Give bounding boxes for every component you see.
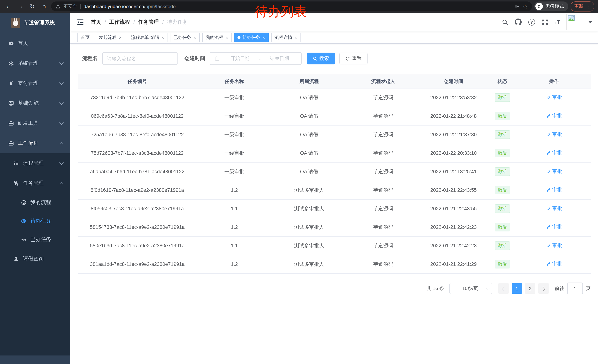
sidebar-item-devtools[interactable]: 研发工具 bbox=[0, 113, 70, 133]
sidebar-item-my-process[interactable]: 我的流程 bbox=[0, 193, 70, 212]
approve-link[interactable]: 审批 bbox=[546, 94, 562, 101]
eye-closed-icon bbox=[21, 237, 27, 243]
approve-link[interactable]: 审批 bbox=[546, 131, 562, 138]
logo-row[interactable]: 芋道管理系统 bbox=[0, 13, 70, 33]
reload-icon[interactable]: ↻ bbox=[27, 1, 37, 11]
approve-link[interactable]: 审批 bbox=[546, 168, 562, 175]
close-icon[interactable]: × bbox=[193, 35, 196, 40]
cell-actions: 审批 bbox=[518, 107, 590, 125]
table-row[interactable]: 8f0d1619-7ac8-11ec-a9e2-a2380e71991a 1.2… bbox=[78, 181, 590, 199]
tab-start-process[interactable]: 发起流程× bbox=[96, 32, 125, 42]
page-suffix-label: 页 bbox=[586, 285, 590, 292]
close-icon[interactable]: × bbox=[161, 35, 164, 40]
edit-icon bbox=[546, 151, 551, 155]
goto-label: 前往 bbox=[555, 285, 564, 292]
table-row[interactable]: a6aba0a4-7b6d-11ec-b781-acde48001122 一级审… bbox=[78, 162, 590, 181]
back-icon[interactable]: ← bbox=[4, 1, 13, 11]
table-row[interactable]: 725a1eb6-7b88-11ec-8ef0-acde48001122 一级审… bbox=[78, 125, 590, 144]
calendar-icon bbox=[215, 56, 220, 61]
goto-page-input[interactable] bbox=[567, 283, 583, 294]
table-row[interactable]: 75d72608-7b7f-11ec-a3c8-acde48001122 一级审… bbox=[78, 144, 590, 162]
prev-page-button[interactable] bbox=[498, 283, 509, 294]
sidebar-item-todo-tasks[interactable]: 待办任务 bbox=[0, 212, 70, 230]
date-range-picker[interactable]: 开始日期 - 结束日期 bbox=[210, 52, 302, 65]
next-page-button[interactable] bbox=[538, 283, 549, 294]
collapse-sidebar-icon[interactable] bbox=[77, 18, 84, 26]
star-icon[interactable]: ☆ bbox=[523, 4, 528, 9]
cell-task-id: 75d72608-7b7f-11ec-a3c8-acde48001122 bbox=[78, 144, 197, 162]
col-create-time: 创建时间 bbox=[420, 74, 487, 88]
cell-actions: 审批 bbox=[518, 144, 590, 162]
sidebar-item-workflow[interactable]: 工作流程 bbox=[0, 133, 70, 153]
approve-link[interactable]: 审批 bbox=[546, 205, 562, 212]
cell-process: 测试多审批人 bbox=[272, 181, 346, 199]
cell-task-id: 580e1b3d-7ac8-11ec-a9e2-a2380e71991a bbox=[78, 236, 197, 255]
breadcrumb-workflow[interactable]: 工作流程 bbox=[109, 19, 130, 25]
sidebar-item-process-mgmt[interactable]: 流程管理 bbox=[0, 153, 70, 173]
page-button-1[interactable]: 1 bbox=[512, 283, 522, 294]
sidebar-item-payment[interactable]: ¥ 支付管理 bbox=[0, 73, 70, 93]
approve-link[interactable]: 审批 bbox=[546, 150, 562, 156]
breadcrumb-current: 待办任务 bbox=[167, 19, 188, 25]
search-button[interactable]: 搜索 bbox=[307, 53, 335, 65]
close-icon[interactable]: × bbox=[263, 35, 265, 40]
edit-icon bbox=[546, 206, 551, 211]
briefcase-icon bbox=[8, 120, 14, 126]
tab-done-tasks[interactable]: 已办任务× bbox=[170, 32, 199, 42]
tab-process-detail[interactable]: 流程详情× bbox=[271, 32, 301, 42]
sidebar-item-infra[interactable]: 基础设施 bbox=[0, 93, 70, 113]
col-process: 所属流程 bbox=[272, 74, 346, 88]
font-size-icon[interactable]: TT bbox=[555, 19, 560, 25]
table-row[interactable]: 8f059c03-7ac8-11ec-a9e2-a2380e71991a 1.1… bbox=[78, 199, 590, 218]
chevron-left-icon bbox=[502, 286, 506, 291]
browser-update-button[interactable]: 更新 ⋮ bbox=[571, 1, 594, 11]
close-icon[interactable]: × bbox=[119, 35, 122, 40]
sidebar-item-system[interactable]: 系统管理 bbox=[0, 53, 70, 73]
breadcrumb-home[interactable]: 首页 bbox=[91, 19, 101, 25]
col-task-name: 任务名称 bbox=[197, 74, 272, 88]
more-menu-icon[interactable]: ⋮ bbox=[586, 4, 590, 9]
breadcrumb-task-mgmt[interactable]: 任务管理 bbox=[138, 19, 159, 25]
sidebar-item-task-mgmt[interactable]: 任务管理 bbox=[0, 173, 70, 193]
approve-link[interactable]: 审批 bbox=[546, 242, 562, 249]
table-row[interactable]: 73211d9d-7b9b-11ec-b5b7-acde48001122 一级审… bbox=[78, 88, 590, 107]
github-icon[interactable] bbox=[515, 18, 522, 25]
pagination: 共 16 条 10条/页 1 2 前往 页 bbox=[78, 283, 590, 294]
close-icon[interactable]: × bbox=[226, 35, 228, 40]
home-icon[interactable]: ⌂ bbox=[39, 1, 49, 11]
approve-link[interactable]: 审批 bbox=[546, 224, 562, 231]
search-icon[interactable] bbox=[501, 18, 508, 25]
table-row[interactable]: 381aa1dd-7ac8-11ec-a9e2-a2380e71991a 1.2… bbox=[78, 255, 590, 274]
tab-my-process[interactable]: 我的流程× bbox=[202, 32, 232, 42]
sidebar-item-done-tasks[interactable]: 已办任务 bbox=[0, 230, 70, 249]
tab-form-edit[interactable]: 流程表单-编辑× bbox=[128, 32, 167, 42]
dropdown-caret-icon[interactable] bbox=[588, 21, 592, 23]
table-row[interactable]: 58154733-7ac8-11ec-a9e2-a2380e71991a 1.2… bbox=[78, 218, 590, 236]
table-row[interactable]: 580e1b3d-7ac8-11ec-a9e2-a2380e71991a 1.1… bbox=[78, 236, 590, 255]
status-badge: 激活 bbox=[494, 149, 510, 157]
key-icon[interactable] bbox=[514, 4, 520, 9]
reset-button[interactable]: 重置 bbox=[339, 53, 367, 65]
cell-starter: 芋道源码 bbox=[346, 236, 420, 255]
close-icon[interactable]: × bbox=[295, 35, 297, 40]
approve-link[interactable]: 审批 bbox=[546, 113, 562, 119]
sidebar-item-home[interactable]: 首页 bbox=[0, 33, 70, 53]
tab-home[interactable]: 首页 bbox=[77, 32, 93, 42]
approve-link[interactable]: 审批 bbox=[546, 187, 562, 194]
url-bar[interactable]: 不安全 dashboard.yudao.iocoder.cn/bpm/task/… bbox=[51, 1, 532, 11]
page-size-select[interactable]: 10条/页 bbox=[449, 283, 492, 294]
page-button-2[interactable]: 2 bbox=[525, 283, 535, 294]
avatar[interactable] bbox=[566, 14, 582, 30]
process-name-input[interactable] bbox=[106, 55, 174, 62]
tab-todo-tasks[interactable]: 待办任务× bbox=[234, 32, 269, 42]
approve-link[interactable]: 审批 bbox=[546, 261, 562, 267]
cell-process: OA 请假 bbox=[272, 162, 346, 181]
sidebar-item-leave-query[interactable]: 请假查询 bbox=[0, 249, 70, 269]
help-icon[interactable]: ? bbox=[528, 18, 535, 25]
cell-task-name: 1.1 bbox=[197, 199, 272, 218]
status-badge: 激活 bbox=[494, 223, 510, 231]
table-row[interactable]: 069c6a63-7b8a-11ec-8ef0-acde48001122 一级审… bbox=[78, 107, 590, 125]
cell-create-time: 2022-01-21 22:42:23 bbox=[420, 218, 487, 236]
screen: ← → ↻ ⌂ 不安全 dashboard.yudao.iocoder.cn/b… bbox=[0, 0, 598, 364]
fullscreen-icon[interactable] bbox=[541, 18, 548, 25]
